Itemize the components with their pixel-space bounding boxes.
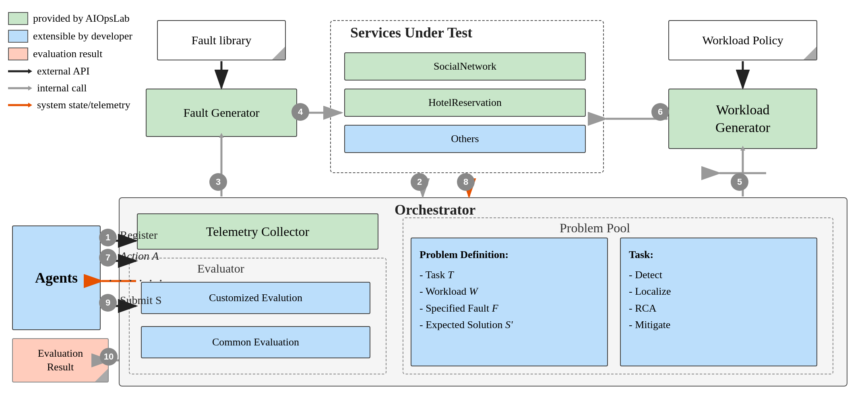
agents-box: Agents [12, 225, 101, 330]
legend-blue-label: extensible by developer [33, 30, 132, 42]
legend-internal-call: internal call [8, 82, 132, 94]
legend-internal-label: internal call [37, 82, 87, 94]
legend-external-label: external API [37, 65, 90, 77]
action-a-label: Action A [120, 250, 159, 263]
legend-telemetry-label: system state/telemetry [37, 99, 130, 111]
legend-blue-box [8, 30, 28, 43]
step-6: 6 [651, 103, 669, 121]
step-8: 8 [457, 173, 475, 191]
legend-peach-box [8, 48, 28, 60]
fault-library-fold [272, 47, 285, 60]
svg-marker-1 [28, 69, 32, 74]
dots-label: · · · · · · [109, 273, 164, 288]
step-1: 1 [99, 229, 117, 246]
step-9: 9 [99, 294, 117, 312]
sut-others: Others [344, 125, 586, 153]
problem-definition-title: Problem Definition: [420, 246, 508, 263]
legend-green-label: provided by AIOpsLab [33, 12, 130, 25]
workload-generator-label: Workload Generator [715, 101, 770, 136]
workload-policy-label: Workload Policy [702, 33, 783, 47]
telemetry-collector-box: Telemetry Collector [137, 213, 378, 250]
task-item-3: - RCA [629, 300, 657, 317]
workload-policy-fold [804, 47, 816, 60]
legend-item-peach: evaluation result [8, 48, 132, 60]
diagram-container: provided by AIOpsLab extensible by devel… [0, 0, 868, 401]
workload-generator-box: Workload Generator [668, 89, 817, 149]
evaluation-result-box: Evaluation Result [12, 338, 109, 382]
step-4: 4 [291, 103, 309, 121]
orchestrator-title: Orchestrator [395, 201, 475, 218]
legend-peach-label: evaluation result [33, 48, 103, 60]
fault-library-box: Fault library [157, 20, 286, 60]
problem-def-item-2: - Workload W [420, 283, 478, 300]
workload-policy-box: Workload Policy [668, 20, 817, 60]
svg-marker-5 [28, 103, 32, 107]
sut-hotel-reservation: HotelReservation [344, 89, 586, 117]
problem-def-item-1: - Task T [420, 267, 453, 283]
problem-def-item-4: - Expected Solution S' [420, 316, 513, 333]
legend-external-api: external API [8, 65, 132, 77]
problem-pool-title: Problem Pool [560, 221, 630, 236]
legend: provided by AIOpsLab extensible by devel… [8, 12, 132, 111]
submit-s-label: Submit S [120, 294, 161, 307]
customized-evaluation-box: Customized Evalution [141, 282, 370, 314]
agents-label: Agents [35, 269, 78, 286]
sut-social-network: SocialNetwork [344, 52, 586, 81]
common-evaluation-box: Common Evaluation [141, 326, 370, 358]
sut-title: Services Under Test [350, 24, 472, 41]
task-title: Task: [629, 246, 653, 263]
evaluator-title: Evaluator [197, 262, 244, 275]
common-evaluation-label: Common Evaluation [212, 336, 299, 348]
customized-evaluation-label: Customized Evalution [209, 292, 302, 304]
telemetry-collector-label: Telemetry Collector [206, 224, 309, 239]
step-3: 3 [209, 173, 227, 191]
task-item-2: - Localize [629, 283, 671, 300]
task-item-1: - Detect [629, 267, 662, 283]
legend-green-box [8, 12, 28, 25]
legend-telemetry: system state/telemetry [8, 99, 132, 111]
fault-library-label: Fault library [191, 33, 251, 47]
svg-marker-3 [28, 86, 32, 91]
legend-item-blue: extensible by developer [8, 30, 132, 43]
task-box: Task: - Detect - Localize - RCA - Mitiga… [620, 238, 817, 366]
step-7: 7 [99, 249, 117, 267]
task-item-4: - Mitigate [629, 316, 670, 333]
fault-generator-label: Fault Generator [183, 106, 259, 120]
fault-generator-box: Fault Generator [146, 89, 297, 137]
problem-def-item-3: - Specified Fault F [420, 300, 498, 317]
step-2: 2 [411, 173, 428, 191]
step-5: 5 [731, 173, 748, 191]
step-10: 10 [100, 348, 118, 366]
eval-result-fold [95, 369, 108, 382]
problem-definition-box: Problem Definition: - Task T - Workload … [411, 238, 608, 366]
register-label: Register [120, 229, 157, 242]
evaluation-result-label: Evaluation Result [38, 347, 83, 374]
legend-item-green: provided by AIOpsLab [8, 12, 132, 25]
